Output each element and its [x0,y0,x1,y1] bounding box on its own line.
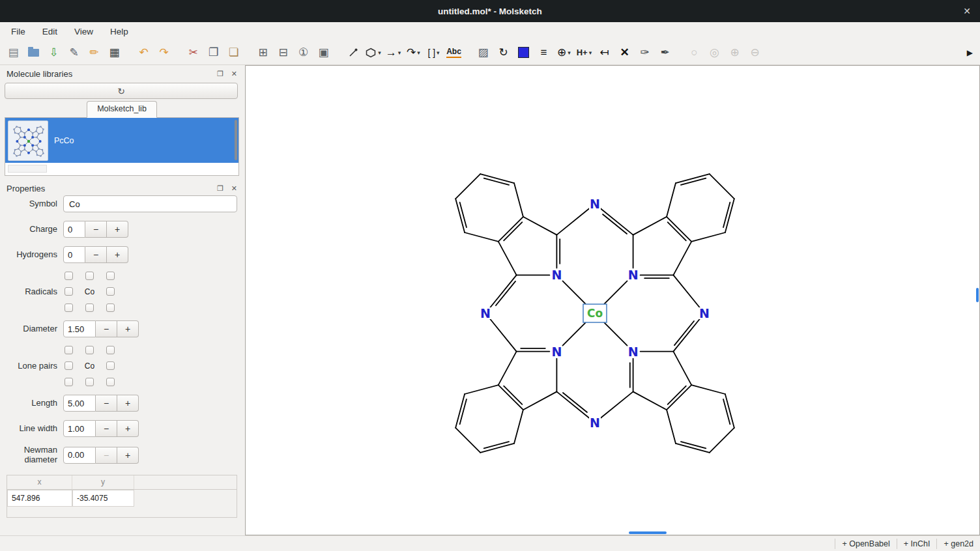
lone-pair-checkbox[interactable] [106,361,115,370]
menu-file[interactable]: File [3,24,34,39]
ring-tool-button[interactable]: ▾ [363,43,383,63]
diameter-plus-button[interactable]: + [117,320,139,337]
coord-y-cell[interactable] [72,490,134,507]
library-item-pcco[interactable]: PcCo [5,118,238,163]
svg-text:N: N [590,416,600,430]
charge-minus-button[interactable]: − [85,221,107,238]
svg-text:N: N [590,197,600,211]
length-field[interactable] [63,395,96,412]
symbol-field[interactable] [63,195,237,212]
draw-bond-tool-button[interactable] [343,43,363,63]
tab-molsketch-lib[interactable]: Molsketch_lib [87,101,157,118]
menu-edit[interactable]: Edit [34,24,66,39]
save-as-button[interactable]: ✎ [64,43,84,63]
charge-plus-button[interactable]: + [107,221,128,238]
toolbar: ▤ ⇩ ✎ ✏ ▦ ↶ ↷ ✂ ❐ ❏ ⊞ ⊟ ① ▣ ▾ →▾ ↷▾ [ ]▾… [0,40,980,65]
titlebar: untitled.mol* - Molsketch ✕ [0,0,980,22]
print-button[interactable]: ▦ [104,43,124,63]
float-panel-icon[interactable]: ❐ [217,70,223,78]
connection-tool-button[interactable]: ↤ [594,43,614,63]
radical-checkbox[interactable] [65,304,73,312]
zoom-original-button[interactable]: ① [293,43,313,63]
arrow-tool-button[interactable]: →▾ [383,43,403,63]
canvas-vertical-scrollbar[interactable] [976,288,979,302]
line-width-plus-button[interactable]: + [117,420,139,437]
open-button[interactable] [23,43,44,63]
open-folder-icon [28,49,39,57]
charge-field[interactable] [63,221,85,238]
increase-hydrogens-button: ⊕ [725,43,745,63]
menu-view[interactable]: View [66,24,102,39]
toolbar-overflow-button[interactable]: ▶ [963,48,977,58]
lone-pair-checkbox[interactable] [85,378,94,386]
radical-checkbox[interactable] [106,272,115,280]
canvas-horizontal-scrollbar[interactable] [629,531,667,534]
line-width-minus-button[interactable]: − [96,420,117,437]
coord-empty-header [134,475,237,489]
refresh-library-button[interactable]: ↻ [5,83,238,99]
radical-checkbox[interactable] [65,287,73,296]
length-plus-button[interactable]: + [117,395,139,412]
undo-button[interactable]: ↶ [134,43,154,63]
library-item-next[interactable] [5,163,238,173]
radical-checkbox[interactable] [106,304,115,312]
mechanism-pencil-icon: ✑ [640,47,649,58]
symbol-label: Symbol [7,199,57,209]
cut-button[interactable]: ✂ [183,43,203,63]
radical-checkbox[interactable] [65,272,73,280]
curved-arrow-tool-button[interactable]: ↷▾ [403,43,424,63]
mechanism-pencil-2-button[interactable]: ✒ [655,43,675,63]
optimize-structure-icon: ○ [691,47,697,58]
rotate-tool-button[interactable]: ↻ [493,43,513,63]
diameter-minus-button[interactable]: − [96,320,117,337]
coord-x-cell[interactable] [7,490,72,507]
zoom-in-button[interactable]: ⊞ [253,43,273,63]
newman-diameter-field[interactable] [63,447,96,464]
hydrogen-tool-button[interactable]: H+▾ [574,43,594,63]
lone-pair-checkbox[interactable] [65,346,73,354]
hydrogens-minus-button[interactable]: − [85,246,107,263]
hydrogens-plus-button[interactable]: + [107,246,128,263]
zoom-fit-button[interactable]: ▣ [313,43,334,63]
length-minus-button[interactable]: − [96,395,117,412]
copy-button[interactable]: ❐ [203,43,223,63]
diameter-field[interactable] [63,320,96,337]
redo-button[interactable]: ↷ [154,43,174,63]
mechanism-pencil-button[interactable]: ✑ [635,43,655,63]
text-tool-button[interactable]: Abc [444,43,464,63]
edit-drawing-button[interactable]: ✏ [84,43,104,63]
lone-pair-checkbox[interactable] [106,346,115,354]
drawing-canvas[interactable]: CoNNNNNNNN [245,65,980,535]
color-picker-button[interactable] [513,43,534,63]
library-scrollbar[interactable] [235,120,237,160]
print-icon: ▦ [109,47,119,58]
float-panel-icon[interactable]: ❐ [217,185,223,192]
close-panel-icon[interactable]: ✕ [231,70,237,78]
del​ete-tool-button[interactable]: ✕ [614,43,635,63]
menu-help[interactable]: Help [102,24,137,39]
zoom-out-button[interactable]: ⊟ [273,43,293,63]
window-close-button[interactable]: ✕ [963,7,971,16]
close-panel-icon[interactable]: ✕ [231,185,237,192]
paste-button[interactable]: ❏ [223,43,244,63]
radical-checkbox[interactable] [85,272,94,280]
zoom-out-icon: ⊟ [278,47,287,58]
bracket-tool-button[interactable]: [ ]▾ [424,43,444,63]
lone-pair-checkbox[interactable] [106,378,115,386]
hatch-tool-button[interactable]: ▨ [473,43,493,63]
charge-tool-button[interactable]: ⊕▾ [554,43,574,63]
line-width-field[interactable] [63,420,96,437]
lone-pair-checkbox[interactable] [85,346,94,354]
newman-plus-button[interactable]: + [117,447,139,464]
lone-pair-checkbox[interactable] [65,361,73,370]
charge-label: Charge [7,225,57,234]
radical-checkbox[interactable] [106,287,115,296]
line-width-button[interactable]: ≡ [534,43,554,63]
hydrogens-field[interactable] [63,246,85,263]
new-document-button[interactable]: ▤ [3,43,23,63]
save-button[interactable]: ⇩ [44,43,64,63]
statusbar: + OpenBabel + InChI + gen2d [0,535,980,551]
svg-text:Co: Co [587,307,603,320]
lone-pair-checkbox[interactable] [65,378,73,386]
radical-checkbox[interactable] [85,304,94,312]
